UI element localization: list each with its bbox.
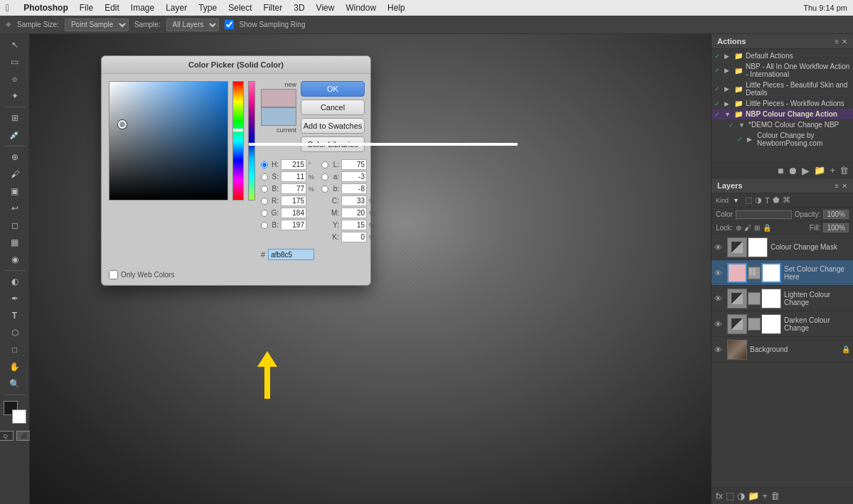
layer-item-background[interactable]: 👁 Background 🔒 <box>712 337 853 363</box>
menu-layer[interactable]: Layer <box>166 3 187 13</box>
layer-item[interactable]: 👁 Colour Change Mask <box>712 235 853 260</box>
shape-tool[interactable]: □ <box>7 342 23 358</box>
history-tool[interactable]: ↩ <box>7 200 23 216</box>
a-radio[interactable] <box>321 173 328 181</box>
menu-type[interactable]: Type <box>198 3 217 13</box>
stamp-tool[interactable]: ▣ <box>7 183 23 199</box>
play-btn[interactable]: ▶ <box>802 165 810 176</box>
red-input[interactable] <box>281 195 306 206</box>
layer-item[interactable]: 👁 Lighten Colour Change <box>712 286 853 311</box>
layer-item-selected[interactable]: 👁 ⛓ Set Colour Change Here <box>712 260 853 286</box>
adjustment-filter-icon[interactable]: ◑ <box>755 195 762 205</box>
shape-filter-icon[interactable]: ⬟ <box>773 195 780 205</box>
kind-dropdown-icon[interactable]: ▼ <box>733 197 739 204</box>
layer-visibility-toggle[interactable]: 👁 <box>714 269 724 277</box>
lasso-tool[interactable]: ⌾ <box>7 71 23 87</box>
l-radio[interactable] <box>321 161 328 168</box>
hue-slider[interactable] <box>232 81 244 200</box>
action-item[interactable]: ✓ ▼ *DEMO Colour Change NBP <box>712 119 853 130</box>
delete-layer-btn[interactable]: 🗑 <box>771 490 780 501</box>
menu-view[interactable]: View <box>316 3 335 13</box>
color-picker-dialog[interactable]: Color Picker (Solid Color) <box>101 55 371 286</box>
web-colors-checkbox[interactable] <box>109 270 118 279</box>
foreground-background-colors[interactable] <box>4 401 26 424</box>
sample-select[interactable]: All Layers <box>166 18 219 31</box>
new-group-btn[interactable]: 📁 <box>748 490 759 501</box>
blue-input[interactable] <box>281 220 306 230</box>
stop-btn[interactable]: ■ <box>778 165 783 176</box>
lock-artboard-icon[interactable]: ⊞ <box>754 224 760 232</box>
action-item[interactable]: ✓ ▶ 📁 Little Pieces - Workflow Actions <box>712 98 853 109</box>
a-input[interactable] <box>341 171 367 182</box>
quick-select-tool[interactable]: ✦ <box>7 88 23 104</box>
menu-edit[interactable]: Edit <box>104 3 119 13</box>
color-gradient-field[interactable] <box>109 81 228 200</box>
dodge-tool[interactable]: ◐ <box>7 274 23 289</box>
apple-menu[interactable]:  <box>6 2 9 14</box>
menu-select[interactable]: Select <box>228 3 252 13</box>
l-input[interactable] <box>341 159 367 170</box>
sample-size-select[interactable]: Point Sample <box>65 18 129 31</box>
eyedropper-tool[interactable]: 💉 <box>7 127 23 143</box>
quick-mask-btn[interactable]: Q <box>0 431 14 441</box>
show-ring-checkbox[interactable] <box>225 20 234 29</box>
move-tool[interactable]: ↖ <box>7 37 23 53</box>
type-tool[interactable]: T <box>7 308 23 323</box>
color-swatch[interactable] <box>736 210 792 219</box>
crop-tool[interactable]: ⊞ <box>7 110 23 126</box>
add-layer-style-btn[interactable]: fx <box>716 490 723 501</box>
add-mask-btn[interactable]: ⬚ <box>726 490 734 501</box>
k-input[interactable] <box>341 232 367 242</box>
fill-value[interactable]: 100% <box>823 223 849 232</box>
hue-input[interactable] <box>281 159 306 170</box>
record-btn[interactable]: ⏺ <box>788 165 798 176</box>
action-item[interactable]: ✓ ▶ 📁 Little Pieces - Beautiful Skin and… <box>712 80 853 98</box>
cancel-button[interactable]: Cancel <box>301 100 365 115</box>
menu-help[interactable]: Help <box>387 3 405 13</box>
opacity-value[interactable]: 100% <box>823 210 849 219</box>
type-filter-icon[interactable]: T <box>765 196 770 205</box>
menu-file[interactable]: File <box>80 3 93 13</box>
sat-radio[interactable] <box>261 173 268 181</box>
hand-tool[interactable]: ✋ <box>7 359 23 375</box>
green-radio[interactable] <box>261 210 268 217</box>
new-action-btn[interactable]: + <box>830 165 835 176</box>
lock-paint-icon[interactable]: 🖌 <box>744 224 751 232</box>
green-input[interactable] <box>281 208 306 218</box>
action-item[interactable]: ✓ ▶ Colour Change by NewbornPosing.com <box>712 130 853 149</box>
pen-tool[interactable]: ✒ <box>7 291 23 306</box>
eraser-tool[interactable]: ◻ <box>7 218 23 233</box>
add-to-swatches-button[interactable]: Add to Swatches <box>301 118 365 134</box>
b3-input[interactable] <box>341 183 367 194</box>
smart-filter-icon[interactable]: ⌘ <box>783 195 790 205</box>
menu-image[interactable]: Image <box>131 3 154 13</box>
actions-menu-icon[interactable]: ≡ <box>835 38 839 45</box>
brightness-input[interactable] <box>281 183 306 194</box>
lock-position-icon[interactable]: ⊕ <box>736 224 741 232</box>
brush-tool[interactable]: 🖌 <box>7 166 23 182</box>
layer-visibility-toggle[interactable]: 👁 <box>714 243 724 252</box>
gradient-tool[interactable]: ▦ <box>7 235 23 250</box>
b3-radio[interactable] <box>321 186 328 193</box>
path-tool[interactable]: ⬡ <box>7 325 23 341</box>
c-input[interactable] <box>341 195 367 206</box>
layer-visibility-toggle[interactable]: 👁 <box>714 320 724 328</box>
actions-close-icon[interactable]: ✕ <box>842 38 847 45</box>
menu-3d[interactable]: 3D <box>294 3 304 13</box>
hex-input[interactable] <box>268 249 314 260</box>
background-color[interactable] <box>12 409 26 424</box>
blue-radio[interactable] <box>261 222 268 229</box>
delete-action-btn[interactable]: 🗑 <box>839 165 849 176</box>
zoom-tool[interactable]: 🔍 <box>7 376 23 392</box>
hue-radio[interactable] <box>261 161 268 168</box>
marquee-tool[interactable]: ▭ <box>7 54 23 70</box>
ok-button[interactable]: OK <box>301 81 365 97</box>
brightness-radio[interactable] <box>261 186 268 193</box>
action-item-highlighted[interactable]: ✓ ▼ 📁 NBP Colour Change Action <box>712 109 853 119</box>
layer-visibility-toggle[interactable]: 👁 <box>714 345 724 354</box>
action-item[interactable]: ✓ ▶ 📁 Default Actions <box>712 50 853 61</box>
new-action-set-btn[interactable]: 📁 <box>814 165 825 176</box>
menu-filter[interactable]: Filter <box>264 3 283 13</box>
saturation-slider[interactable] <box>248 81 255 200</box>
layers-close-icon[interactable]: ✕ <box>842 182 847 190</box>
